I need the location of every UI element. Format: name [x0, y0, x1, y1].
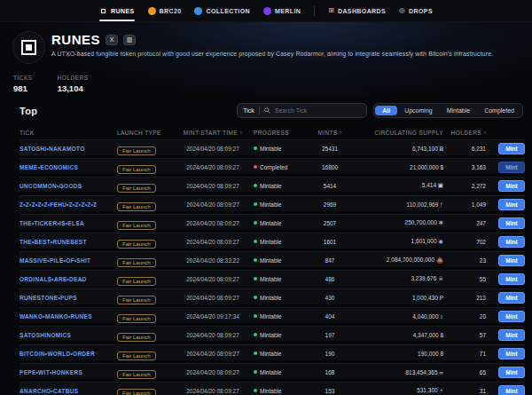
- tick-name[interactable]: ANARCHO•CATBUS: [20, 388, 117, 394]
- status-dot: [254, 165, 257, 169]
- progress-label: Mintable: [260, 183, 282, 189]
- action-cell: Mint: [486, 292, 525, 304]
- progress-label: Mintable: [260, 388, 282, 394]
- mints-count: 2507: [305, 220, 355, 226]
- tick-select[interactable]: Tick: [243, 107, 254, 114]
- mint-button[interactable]: Mint: [498, 162, 525, 173]
- sort-icon[interactable]: ↑↓: [483, 130, 486, 135]
- circulating-supply: 5,414 ▣: [355, 182, 443, 189]
- nav-item-drops[interactable]: ◎DROPS: [399, 0, 433, 21]
- tick-name[interactable]: Z•Z•Z•Z•Z•FEHU•Z•Z•Z•Z•Z: [20, 201, 117, 208]
- table-header-row: TICKLAUNCH TYPEMINT START TIME↑↓PROGRESS…: [20, 125, 525, 139]
- mint-start-time: 2024/04/20 08:09:27: [172, 239, 254, 245]
- launch-type-cell: Fair Launch: [117, 364, 172, 380]
- search-input[interactable]: [275, 107, 361, 114]
- filter-mintable[interactable]: Mintable: [440, 106, 477, 115]
- mint-button[interactable]: Mint: [498, 236, 525, 248]
- circulating-supply: 4,040,000 ᛟ: [355, 313, 443, 320]
- progress-cell: Mintable: [254, 201, 305, 208]
- table-row: THE•BEST•RUNEBESTFair Launch2024/04/20 0…: [20, 233, 525, 249]
- col-header-holders[interactable]: HOLDERS↑↓: [443, 130, 486, 136]
- tick-name[interactable]: SATOSHINOMICS: [20, 332, 117, 338]
- mint-button[interactable]: Mint: [498, 367, 525, 378]
- twitter-x-button[interactable]: X: [106, 35, 118, 45]
- status-dot: [254, 240, 257, 243]
- table-row: PEPE•WIT•HONKERSFair Launch2024/04/20 08…: [20, 363, 525, 380]
- sort-icon[interactable]: ↑↓: [239, 130, 242, 135]
- action-cell: Mint: [486, 367, 525, 378]
- mint-start-time: 2024/04/20 08:09:27: [172, 388, 254, 394]
- col-header-label: LAUNCH TYPE: [117, 130, 161, 136]
- mint-button[interactable]: Mint: [498, 273, 525, 285]
- nav-item-brc20[interactable]: BRC20: [148, 0, 182, 21]
- mint-button[interactable]: Mint: [498, 199, 525, 210]
- tick-name[interactable]: MASSIVE•PILE•OF•SHIT: [20, 257, 117, 264]
- launch-type-badge: Fair Launch: [117, 296, 156, 304]
- nav-item-dashboards[interactable]: ⊞DASHBOARDS: [328, 0, 386, 21]
- tick-name[interactable]: PEPE•WIT•HONKERS: [20, 369, 117, 375]
- col-header-launch-type: LAUNCH TYPE: [117, 130, 172, 136]
- progress-cell: Mintable: [254, 146, 305, 152]
- tick-name[interactable]: UNCOMMON•GOODS: [20, 183, 117, 189]
- holders-count: 20: [443, 313, 486, 320]
- book-icon[interactable]: ▥: [123, 35, 136, 45]
- action-cell: Mint: [486, 348, 525, 359]
- nav-divider: [314, 6, 315, 16]
- mint-button[interactable]: Mint: [498, 255, 525, 266]
- holders-count: 247: [443, 220, 486, 226]
- col-header-label: MINTS: [317, 130, 337, 136]
- mint-button[interactable]: Mint: [498, 292, 525, 304]
- table-row: ANARCHO•CATBUSFair Launch2024/04/20 08:0…: [20, 382, 525, 395]
- mints-count: 847: [305, 257, 355, 264]
- filter-upcoming[interactable]: Upcoming: [397, 106, 440, 115]
- progress-cell: Mintable: [254, 257, 305, 264]
- stat-ticks: TICKS981: [13, 75, 33, 93]
- tick-name[interactable]: BITCOIN•WORLD•ORDER: [20, 351, 117, 357]
- nav-item-runes[interactable]: RUNES: [99, 0, 135, 21]
- launch-type-cell: Fair Launch: [117, 178, 172, 194]
- action-cell: Mint: [486, 255, 525, 266]
- nav-item-merlin[interactable]: MERLIN: [263, 0, 301, 21]
- col-header-mint-start-time[interactable]: MINT START TIME↑↓: [172, 130, 254, 136]
- filter-completed[interactable]: Completed: [477, 106, 521, 115]
- nav-item-collection[interactable]: COLLECTION: [194, 0, 250, 21]
- tick-name[interactable]: THE•BEST•RUNEBEST: [20, 239, 117, 245]
- progress-cell: Mintable: [254, 239, 305, 245]
- mints-count: 197: [305, 332, 355, 338]
- status-dot: [254, 389, 257, 392]
- tick-name[interactable]: MEME•ECONOMICS: [20, 164, 117, 170]
- launch-type-badge: Fair Launch: [117, 258, 156, 267]
- mint-button[interactable]: Mint: [498, 217, 525, 229]
- col-header-label: CIRCULATING SUPPLY: [374, 130, 443, 136]
- mint-button[interactable]: Mint: [498, 385, 525, 395]
- status-dot: [254, 221, 257, 225]
- mint-button[interactable]: Mint: [498, 311, 525, 322]
- col-header-mints[interactable]: MINTS↑↓: [305, 130, 355, 136]
- tick-name[interactable]: THE•TICKER•IS•ELSA: [20, 220, 117, 226]
- filter-all[interactable]: All: [375, 106, 397, 115]
- search-box[interactable]: Tick: [237, 103, 367, 118]
- tick-name[interactable]: ORDINALS•ARE•DEAD: [20, 276, 117, 282]
- progress-cell: Mintable: [254, 332, 305, 338]
- nav-item-label: BRC20: [160, 8, 182, 14]
- circulating-supply: 1,601,000 ◉: [355, 238, 443, 245]
- sort-icon[interactable]: ↑↓: [340, 130, 342, 135]
- mint-button[interactable]: Mint: [498, 180, 525, 192]
- col-header-label: TICK: [20, 130, 34, 136]
- mint-button[interactable]: Mint: [498, 348, 525, 359]
- launch-type-badge: Fair Launch: [117, 165, 156, 174]
- progress-label: Mintable: [260, 295, 282, 301]
- launch-type-badge: Fair Launch: [117, 370, 156, 379]
- launch-type-cell: Fair Launch: [117, 327, 172, 343]
- controls-bar: Top Tick AllUpcomingMintableCompleted: [0, 94, 532, 125]
- circulating-supply: 250,700,000 ❄: [355, 219, 443, 226]
- tick-name[interactable]: WANKO•MANKO•RUNES: [20, 313, 117, 320]
- progress-label: Mintable: [260, 369, 282, 375]
- holders-count: 31: [443, 388, 486, 394]
- launch-type-cell: Fair Launch: [117, 345, 172, 361]
- tick-name[interactable]: SATOSHI•NAKAMOTO: [20, 146, 117, 152]
- mint-button[interactable]: Mint: [498, 143, 525, 154]
- mint-button[interactable]: Mint: [498, 329, 525, 341]
- mints-count: 486: [305, 276, 355, 282]
- tick-name[interactable]: RUNESTONE•PUPS: [20, 295, 117, 301]
